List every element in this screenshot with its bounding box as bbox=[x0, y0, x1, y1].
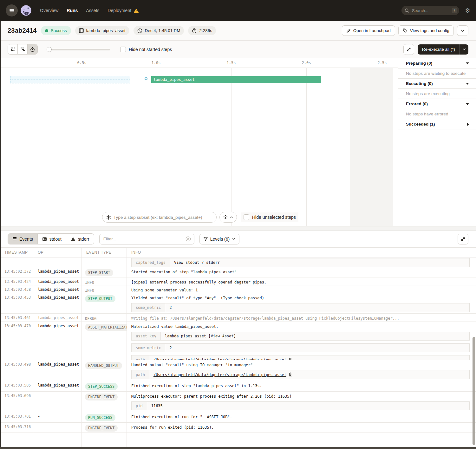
search-input[interactable]: Search... / bbox=[401, 6, 459, 15]
log-info-cell: Writing file at: /Users/alangenfeld/data… bbox=[127, 314, 476, 322]
panel-section-body: No steps have errored bbox=[398, 109, 476, 119]
metadata-table: some_metric2 bbox=[131, 343, 470, 352]
metadata-row: pid11635 bbox=[132, 402, 470, 410]
log-row[interactable]: 13:45:03.498lambda_pipes_assetHANDLED_OU… bbox=[0, 360, 476, 381]
run-id: 23ab2414 bbox=[8, 27, 37, 34]
timeline-tick-label: 2.5s bbox=[378, 61, 387, 65]
log-row[interactable]: 13:45:03.470lambda_pipes_assetASSET_MATE… bbox=[0, 322, 476, 360]
copy-icon[interactable] bbox=[289, 372, 293, 377]
search-icon bbox=[405, 8, 409, 13]
view-mode-timed-button[interactable] bbox=[28, 44, 37, 54]
metadata-value-text: 2 bbox=[169, 346, 172, 350]
panel-section-header[interactable]: Errored (0) bbox=[398, 99, 476, 109]
nav-item-overview[interactable]: Overview bbox=[40, 8, 58, 13]
metadata-link[interactable]: /Users/alangenfeld/data/dagster/storage/… bbox=[153, 373, 286, 377]
horizontal-scrollbar[interactable] bbox=[0, 447, 476, 449]
log-row[interactable]: 13:45:03.505lambda_pipes_assetSTEP_SUCCE… bbox=[0, 381, 476, 392]
log-info-text: Finished execution of step "lambda_pipes… bbox=[131, 384, 473, 388]
asset-tag-label: lambda_pipes_asset bbox=[86, 28, 126, 33]
nav-item-runs[interactable]: Runs bbox=[67, 8, 78, 13]
zoom-slider-thumb[interactable] bbox=[47, 47, 52, 52]
nav-item-deployment-label: Deployment bbox=[108, 8, 131, 13]
zoom-slider[interactable] bbox=[47, 47, 110, 52]
reexecute-dropdown-button[interactable] bbox=[460, 44, 468, 55]
panel-section-header[interactable]: Succeeded (1) bbox=[398, 119, 476, 129]
metadata-link[interactable]: /Users/alangenfeld/data/dagster/storage/… bbox=[153, 358, 286, 360]
log-row[interactable]: 13:45:03.461lambda_pipes_assetDEBUGWriti… bbox=[0, 314, 476, 322]
log-row[interactable]: 13:45:03.696-ENGINE_EVENTMultiprocess ex… bbox=[0, 392, 476, 412]
gantt-step-bar[interactable]: lambda_pipes_asset bbox=[151, 76, 321, 83]
log-op: lambda_pipes_asset bbox=[33, 267, 82, 277]
view-mode-flat-button[interactable] bbox=[8, 44, 18, 54]
hide-unselected-checkbox[interactable]: Hide unselected steps bbox=[241, 212, 298, 222]
log-filter-input[interactable] bbox=[103, 237, 183, 241]
collapse-triangle-icon[interactable] bbox=[466, 83, 469, 85]
hide-unselected-box[interactable] bbox=[244, 214, 249, 220]
start-time-label: Dec 4, 1:45:01 PM bbox=[145, 28, 180, 33]
clear-filter-icon[interactable] bbox=[186, 236, 191, 242]
nav-item-deployment[interactable]: Deployment bbox=[108, 8, 139, 13]
asset-tag-chip[interactable]: lambda_pipes_asset bbox=[75, 26, 129, 35]
tab-stdout[interactable]: stdout bbox=[38, 234, 66, 244]
expand-triangle-icon[interactable] bbox=[467, 123, 469, 126]
dagster-logo[interactable] bbox=[20, 5, 32, 16]
levels-dropdown-button[interactable]: Levels (6) bbox=[199, 234, 239, 244]
view-tags-config-button[interactable]: View tags and config bbox=[398, 25, 454, 36]
metadata-key: some_metric bbox=[132, 303, 165, 312]
logs-fullscreen-button[interactable] bbox=[458, 234, 468, 244]
log-info-cell: captured_logsView stdout / stderr bbox=[127, 257, 476, 267]
gantt-canvas[interactable]: lambda_pipes_asset Hide unselected steps bbox=[0, 68, 393, 226]
selection-region bbox=[10, 76, 130, 83]
log-tabs: Events stdout stderr bbox=[8, 233, 94, 244]
log-timestamp bbox=[0, 433, 33, 449]
log-row[interactable]: 13:45:03.453lambda_pipes_assetSTEP_OUTPU… bbox=[0, 293, 476, 314]
log-info-cell: Multiprocess executor: parent process ex… bbox=[127, 392, 476, 412]
log-event-type-pill: HANDLED_OUTPUT bbox=[85, 362, 122, 369]
run-actions-dropdown-button[interactable] bbox=[457, 25, 468, 36]
log-row[interactable]: 13:45:03.438lambda_pipes_assetINFOUsing … bbox=[0, 285, 476, 293]
copy-icon[interactable] bbox=[289, 357, 293, 360]
view-asset-link[interactable]: View Asset bbox=[211, 334, 234, 338]
tab-stderr[interactable]: stderr bbox=[66, 234, 94, 244]
graph-options-button[interactable] bbox=[219, 212, 237, 223]
log-op bbox=[33, 433, 82, 449]
log-info-text: Yielded output "result" of type "Any". (… bbox=[131, 296, 473, 300]
hide-not-started-box[interactable] bbox=[120, 47, 126, 52]
step-subset-input[interactable] bbox=[114, 215, 212, 220]
panel-section-body: No steps are executing bbox=[398, 89, 476, 99]
panel-section-header[interactable]: Preparing (0) bbox=[398, 58, 476, 68]
open-in-launchpad-button[interactable]: Open in Launchpad bbox=[342, 25, 395, 36]
vertical-scrollbar-thumb[interactable] bbox=[473, 337, 475, 445]
log-row[interactable]: 13:45:03.424lambda_pipes_assetINFO[pipes… bbox=[0, 277, 476, 285]
log-info-text: Handled output "result" using IO manager… bbox=[131, 363, 473, 367]
section-divider[interactable] bbox=[0, 226, 476, 231]
levels-label: Levels (6) bbox=[210, 237, 230, 242]
log-table-header: TIMESTAMP OP EVENT TYPE INFO bbox=[0, 247, 476, 257]
levels-chevron-icon bbox=[232, 238, 235, 240]
log-info-cell: [pipes] external process successfully op… bbox=[127, 277, 476, 285]
menu-button[interactable] bbox=[6, 4, 18, 16]
flat-view-icon bbox=[10, 47, 15, 52]
hide-not-started-checkbox[interactable]: Hide not started steps bbox=[120, 47, 172, 52]
reexecute-all-button[interactable]: Re-execute all (*) bbox=[418, 44, 468, 55]
collapse-triangle-icon[interactable] bbox=[466, 62, 469, 64]
zoom-slider-track bbox=[47, 49, 110, 50]
log-row[interactable]: 13:45:03.716-ENGINE_EVENTProcess for run… bbox=[0, 423, 476, 433]
log-row[interactable]: captured_logsView stdout / stderr bbox=[0, 257, 476, 267]
nav-item-assets[interactable]: Assets bbox=[86, 8, 99, 13]
tab-events[interactable]: Events bbox=[8, 234, 38, 244]
panel-section-header[interactable]: Executing (0) bbox=[398, 79, 476, 89]
gantt-fullscreen-button[interactable] bbox=[403, 44, 414, 55]
log-info-cell: Finished execution of step "lambda_pipes… bbox=[127, 381, 476, 391]
log-event-type-cell: ENGINE_EVENT bbox=[82, 423, 127, 433]
metadata-value: /Users/alangenfeld/data/dagster/storage/… bbox=[149, 370, 469, 379]
collapse-triangle-icon[interactable] bbox=[466, 103, 469, 105]
log-row[interactable]: 13:45:02.372lambda_pipes_assetSTEP_START… bbox=[0, 267, 476, 277]
log-op: lambda_pipes_asset bbox=[33, 322, 82, 360]
log-timestamp: 13:45:03.498 bbox=[0, 360, 33, 381]
log-info-text: Using some_parameter value: 1 bbox=[131, 288, 473, 292]
view-mode-waterfall-button[interactable] bbox=[18, 44, 28, 54]
log-row[interactable] bbox=[0, 433, 476, 449]
log-row[interactable]: 13:45:03.701-RUN_SUCCESSFinished executi… bbox=[0, 412, 476, 423]
settings-gear-icon[interactable]: ⚙ bbox=[465, 8, 470, 14]
